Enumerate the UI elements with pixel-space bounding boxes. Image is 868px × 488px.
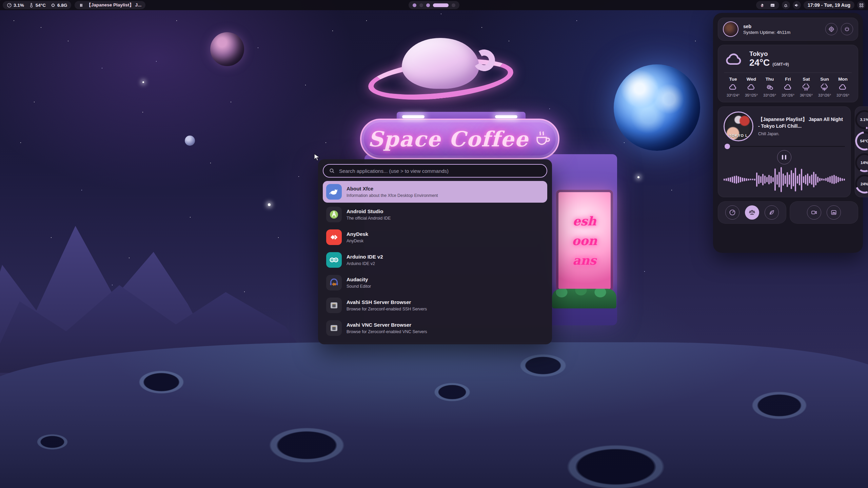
rain-icon (802, 84, 811, 91)
app-name: AnyDesk (347, 231, 368, 238)
memory-stat: 6.8G (51, 3, 67, 8)
weather-temp: 24°C (749, 58, 770, 68)
pause-icon (79, 3, 84, 8)
control-sidebar: seb System Uptime: 4h11m Tokyo 24°C (713, 13, 863, 253)
avatar[interactable] (723, 21, 738, 37)
gear-icon (828, 26, 834, 32)
waveform-bar (819, 178, 821, 181)
app-desc: Sound Editor (347, 284, 371, 289)
top-panel: 3.1% 54°C 6.8G 【Japanese Playlist】 J... (0, 0, 868, 10)
app-name: About Xfce (347, 186, 438, 192)
app-item-anydesk[interactable]: AnyDeskAnyDesk (323, 226, 547, 248)
balanced-profile-button[interactable] (745, 205, 759, 220)
progress-bar[interactable] (724, 146, 845, 147)
window-neon-text: ans (573, 253, 596, 267)
notifications-button[interactable] (782, 1, 790, 9)
app-name: Avahi SSH Server Browser (347, 299, 427, 306)
workspace-dot-occupied[interactable] (413, 3, 416, 7)
waveform-bar (742, 178, 743, 182)
bell-icon (783, 3, 788, 8)
pause-icon (782, 155, 783, 160)
sign-text: Space Coffee (368, 127, 529, 151)
waveform-bar (799, 174, 800, 185)
app-item-arduino[interactable]: Arduino IDE v2Arduino IDE v2 (323, 249, 547, 271)
network-jack-icon (326, 320, 342, 336)
power-button[interactable] (841, 23, 853, 35)
clock[interactable]: 17:09 - Tue, 19 Aug (804, 1, 854, 9)
app-desc: Arduino IDE v2 (347, 261, 383, 266)
waveform-bar (817, 177, 818, 183)
workspace-dot-occupied[interactable] (426, 3, 430, 7)
balance-scales-icon (749, 209, 755, 216)
forecast-day: Fri 35°/26° (779, 77, 797, 97)
workspace-dot-active[interactable] (433, 3, 449, 7)
waveform-bar (756, 172, 757, 187)
network-jack-icon (326, 298, 342, 313)
waveform-bar (748, 179, 749, 181)
waveform-bar (837, 177, 839, 182)
waveform-bar (789, 175, 790, 185)
app-item-avahi-vnc[interactable]: Avahi VNC Server BrowserBrowse for Zeroc… (323, 317, 547, 339)
app-desc: The official Android IDE (347, 216, 391, 221)
android-studio-icon (326, 207, 342, 222)
app-desc: Browse for Zeroconf-enabled VNC Servers (347, 329, 427, 334)
volume-button[interactable] (793, 1, 801, 9)
power-saver-profile-button[interactable] (765, 205, 779, 220)
workspace-dot-empty[interactable] (452, 3, 455, 7)
waveform-bar (728, 178, 729, 181)
waveform-bar (738, 176, 739, 183)
weather-widget: Tokyo 24°C (GMT+9) Tue 33°/24° Wed (718, 45, 858, 102)
progress-knob[interactable] (725, 144, 730, 149)
system-gauges: 3.1% 54°C 14% 24% (855, 106, 868, 197)
wallpaper-tray-icon[interactable] (770, 3, 775, 8)
waveform-bar (821, 178, 823, 181)
search-input[interactable] (338, 168, 541, 174)
album-art[interactable]: TOKYO L (724, 111, 753, 141)
gauge-cpu: 3.1% (855, 110, 868, 129)
performance-profile-button[interactable] (725, 205, 739, 220)
speaker-icon (794, 3, 799, 8)
app-item-avahi-ssh[interactable]: Avahi SSH Server BrowserBrowse for Zeroc… (323, 294, 547, 316)
forecast-day: Thu 33°/26° (761, 77, 778, 97)
app-item-audacity[interactable]: AudacitySound Editor (323, 272, 547, 293)
divider (724, 73, 852, 73)
overview-button[interactable] (857, 1, 865, 9)
space-coffee-neon-sign: Space Coffee (360, 119, 559, 159)
tray-pill[interactable] (756, 1, 779, 9)
earth-planet (614, 64, 700, 151)
waveform-bar (825, 178, 827, 181)
waveform-bar (734, 176, 735, 183)
waveform-bar (787, 172, 788, 187)
settings-button[interactable] (825, 23, 837, 35)
waveform-bar (724, 179, 725, 181)
pause-button[interactable] (777, 150, 791, 164)
waveform-bar (840, 178, 841, 181)
forecast-day: Tue 33°/24° (724, 77, 742, 97)
thermometer-icon (29, 3, 34, 8)
audacity-icon (326, 275, 342, 290)
sign-light (402, 115, 425, 118)
moon-surface (0, 342, 868, 488)
search-bar[interactable] (323, 164, 547, 178)
wallpaper-button[interactable] (827, 205, 841, 220)
app-desc: Information about the Xfce Desktop Envir… (347, 193, 438, 198)
workspace-dot-empty[interactable] (419, 3, 423, 7)
system-stats-pill[interactable]: 3.1% 54°C 6.8G (3, 1, 71, 9)
bright-star (637, 176, 639, 178)
now-playing-pill[interactable]: 【Japanese Playlist】 J... (75, 1, 145, 9)
waveform-bar (823, 179, 825, 181)
cursor-tray-icon[interactable] (760, 3, 765, 8)
waveform-bar (815, 174, 816, 185)
app-item-about-xfce[interactable]: About XfceInformation about the Xfce Des… (323, 181, 547, 203)
waveform-bar (776, 175, 778, 185)
weather-city: Tokyo (749, 50, 789, 58)
app-desc: AnyDesk (347, 239, 368, 243)
forecast-day: Sun 33°/26° (816, 77, 833, 97)
app-item-android-studio[interactable]: Android StudioThe official Android IDE (323, 204, 547, 225)
screen-record-button[interactable] (807, 205, 821, 220)
workspace-indicator[interactable] (409, 1, 459, 9)
overview-grid-icon (859, 3, 864, 8)
waveform-bar (795, 168, 796, 191)
window-neon-text: esh (573, 214, 596, 228)
sign-light (495, 115, 517, 118)
